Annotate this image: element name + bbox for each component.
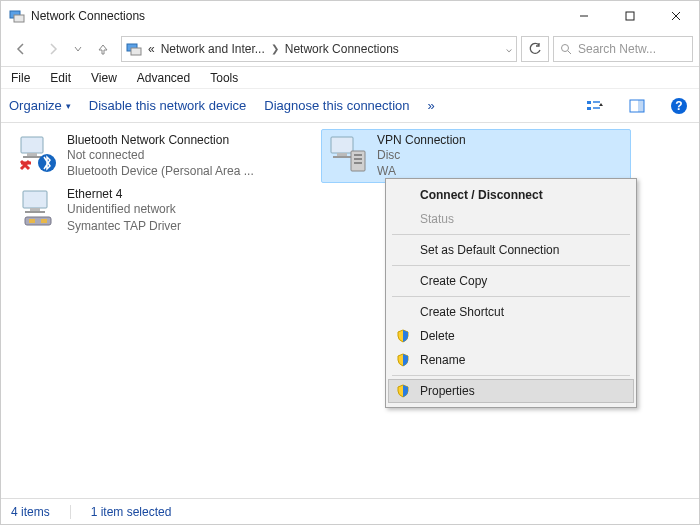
recent-dropdown[interactable] <box>71 35 85 63</box>
connection-device: Bluetooth Device (Personal Area ... <box>67 163 254 179</box>
toolbar: Organize▾ Disable this network device Di… <box>1 89 699 123</box>
menu-view[interactable]: View <box>85 69 123 87</box>
ctx-create-shortcut[interactable]: Create Shortcut <box>388 300 634 324</box>
menubar: File Edit View Advanced Tools <box>1 67 699 89</box>
organize-menu[interactable]: Organize▾ <box>9 98 71 113</box>
connection-item-ethernet[interactable]: Ethernet 4 Unidentified network Symantec… <box>11 183 321 237</box>
refresh-button[interactable] <box>521 36 549 62</box>
breadcrumb[interactable]: « Network and Inter... ❯ Network Connect… <box>121 36 517 62</box>
svg-rect-25 <box>30 208 40 211</box>
separator <box>392 234 630 235</box>
connection-name: Bluetooth Network Connection <box>67 133 254 147</box>
address-bar: « Network and Inter... ❯ Network Connect… <box>1 31 699 67</box>
breadcrumb-part2[interactable]: Network Connections <box>285 42 399 56</box>
svg-text:?: ? <box>675 99 682 113</box>
disable-device-button[interactable]: Disable this network device <box>89 98 247 113</box>
separator <box>392 265 630 266</box>
back-button[interactable] <box>7 35 35 63</box>
breadcrumb-overflow[interactable]: « <box>148 42 155 56</box>
svg-rect-1 <box>14 15 24 22</box>
svg-rect-32 <box>333 156 351 158</box>
status-item-count: 4 items <box>11 505 50 519</box>
bluetooth-connection-icon <box>17 133 59 175</box>
minimize-button[interactable] <box>561 1 607 31</box>
svg-rect-36 <box>354 162 362 164</box>
ctx-properties[interactable]: Properties <box>388 379 634 403</box>
connection-name: VPN Connection <box>377 133 466 147</box>
svg-rect-20 <box>23 156 41 158</box>
search-icon <box>560 43 572 55</box>
ctx-set-default[interactable]: Set as Default Connection <box>388 238 634 262</box>
svg-rect-30 <box>331 137 353 153</box>
forward-button[interactable] <box>39 35 67 63</box>
shield-icon <box>394 329 412 343</box>
diagnose-button[interactable]: Diagnose this connection <box>264 98 409 113</box>
svg-rect-26 <box>25 211 45 213</box>
connection-item-bluetooth[interactable]: Bluetooth Network Connection Not connect… <box>11 129 321 183</box>
separator <box>392 296 630 297</box>
connection-status: Not connected <box>67 147 254 163</box>
svg-rect-10 <box>587 101 591 104</box>
svg-rect-18 <box>21 137 43 153</box>
svg-line-9 <box>568 51 571 54</box>
menu-file[interactable]: File <box>5 69 36 87</box>
ethernet-connection-icon <box>17 187 59 229</box>
svg-rect-3 <box>626 12 634 20</box>
ctx-rename[interactable]: Rename <box>388 348 634 372</box>
svg-rect-28 <box>29 219 35 223</box>
connection-device: WA <box>377 163 466 179</box>
connection-item-vpn[interactable]: VPN Connection Disc WA <box>321 129 631 183</box>
svg-rect-27 <box>25 217 51 225</box>
ctx-create-copy[interactable]: Create Copy <box>388 269 634 293</box>
svg-rect-35 <box>354 158 362 160</box>
separator <box>392 375 630 376</box>
help-button[interactable]: ? <box>667 94 691 118</box>
close-button[interactable] <box>653 1 699 31</box>
breadcrumb-part1[interactable]: Network and Inter... <box>161 42 265 56</box>
svg-rect-15 <box>638 100 644 112</box>
preview-pane-button[interactable] <box>625 94 649 118</box>
ctx-status: Status <box>388 207 634 231</box>
svg-point-8 <box>562 44 569 51</box>
svg-rect-19 <box>27 153 37 156</box>
shield-icon <box>394 353 412 367</box>
ctx-connect-disconnect[interactable]: Connect / Disconnect <box>388 183 634 207</box>
context-menu: Connect / Disconnect Status Set as Defau… <box>385 178 637 408</box>
menu-tools[interactable]: Tools <box>204 69 244 87</box>
toolbar-overflow[interactable]: » <box>428 98 435 113</box>
up-button[interactable] <box>89 35 117 63</box>
statusbar: 4 items 1 item selected <box>1 498 699 524</box>
window-title: Network Connections <box>31 9 561 23</box>
shield-icon <box>394 384 412 398</box>
vpn-connection-icon <box>327 133 369 175</box>
svg-rect-11 <box>587 107 591 110</box>
view-options-button[interactable] <box>583 94 607 118</box>
search-input[interactable]: Search Netw... <box>553 36 693 62</box>
connection-status: Unidentified network <box>67 201 181 217</box>
menu-advanced[interactable]: Advanced <box>131 69 196 87</box>
chevron-down-icon[interactable]: ⌵ <box>506 43 512 54</box>
network-connections-icon <box>9 8 25 24</box>
svg-rect-31 <box>337 153 347 156</box>
status-selected-count: 1 item selected <box>91 505 172 519</box>
network-connections-small-icon <box>126 41 142 57</box>
ctx-delete[interactable]: Delete <box>388 324 634 348</box>
svg-rect-29 <box>41 219 47 223</box>
maximize-button[interactable] <box>607 1 653 31</box>
svg-rect-34 <box>354 154 362 156</box>
chevron-right-icon: ❯ <box>271 43 279 54</box>
connection-device: Symantec TAP Driver <box>67 218 181 234</box>
connection-status: Disc <box>377 147 466 163</box>
separator <box>70 505 71 519</box>
svg-rect-24 <box>23 191 47 208</box>
titlebar: Network Connections <box>1 1 699 31</box>
menu-edit[interactable]: Edit <box>44 69 77 87</box>
svg-rect-7 <box>131 48 141 55</box>
connection-name: Ethernet 4 <box>67 187 181 201</box>
search-placeholder: Search Netw... <box>578 42 656 56</box>
